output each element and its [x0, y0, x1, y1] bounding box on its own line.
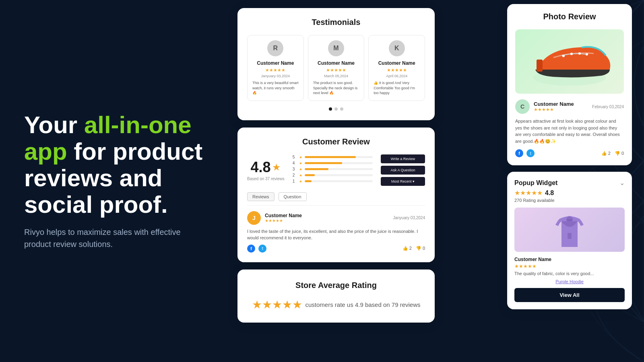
popup-customer-name: Customer Name: [514, 257, 625, 262]
hero-highlight: all-in-one app: [24, 111, 192, 165]
t-text-2: The product is soo good. Specially the n…: [313, 80, 359, 96]
review-item: J Customer Name ★★★★★ Janyuary 03,2024 I…: [247, 211, 425, 253]
vote-row: 👍 2 👎 0: [402, 246, 425, 251]
photo-footer: f 𝕥 👍 2 👎 0: [515, 149, 624, 157]
tab-question[interactable]: Question: [279, 192, 307, 201]
testimonials-title: Testimonials: [247, 18, 425, 27]
big-score: 4.8: [250, 159, 270, 176]
popup-widget-card: Popup Widget ⌄ ★★★★★ 4.8 270 Rating avai…: [507, 172, 632, 309]
facebook-icon[interactable]: f: [247, 245, 255, 253]
hero-section: Your all-in-one app for product reviews …: [24, 112, 217, 250]
svg-point-4: [586, 53, 588, 56]
right-column: Photo Review: [507, 4, 632, 309]
store-avg-stars: ★★★★★: [252, 298, 302, 311]
big-rating: 4.8 ★ Based on 37 reviews: [247, 159, 285, 181]
avatar-k: K: [389, 40, 405, 56]
photo-social-icons: f 𝕥: [515, 149, 535, 157]
photo-like-count[interactable]: 👍 2: [601, 151, 611, 156]
svg-point-3: [578, 52, 581, 55]
photo-review-title: Photo Review: [515, 12, 624, 21]
photo-date: February 03,2024: [592, 105, 624, 109]
avatar-m: M: [328, 40, 344, 56]
store-avg-row: ★★★★★ customers rate us 4.9 based on 79 …: [247, 298, 425, 311]
popup-title: Popup Widget: [514, 179, 557, 187]
social-share-icons: f 𝕥: [247, 245, 266, 253]
review-card-title: Customer Review: [247, 137, 425, 146]
reviewer-avatar: J: [247, 211, 261, 225]
t-name-3: Customer Name: [374, 60, 420, 66]
hero-title: Your all-in-one app for product reviews …: [24, 112, 217, 218]
hoodie-illustration: [553, 211, 586, 249]
popup-count: 270 Rating available: [514, 198, 625, 203]
chevron-down-icon[interactable]: ⌄: [619, 179, 625, 187]
review-summary: 4.8 ★ Based on 37 reviews 5 ★ 4 ★ 3: [247, 154, 425, 186]
bar-row-1: 1 ★: [293, 179, 373, 183]
reviewer-row: J Customer Name ★★★★★ Janyuary 03,2024: [247, 211, 425, 225]
photo-avatar: C: [515, 99, 530, 114]
photo-reviewer-info: Customer Name ★★★★★: [534, 101, 574, 112]
photo-reviewer-name: Customer Name: [534, 101, 574, 107]
svg-point-2: [570, 53, 573, 55]
center-column: Testimonials R Customer Name ★★★★★ Janyu…: [237, 8, 435, 323]
photo-review-image: [515, 29, 624, 94]
t-date-2: March 05,2024: [313, 74, 359, 78]
like-count[interactable]: 👍 2: [402, 246, 412, 251]
dot-3[interactable]: [340, 107, 343, 111]
dot-2[interactable]: [334, 107, 338, 111]
review-action-buttons: Write a Review Ask A Question Most Recen…: [381, 154, 425, 186]
most-recent-button[interactable]: Most Recent ▾: [381, 177, 425, 186]
bar-row-4: 4 ★: [293, 161, 373, 165]
testimonial-item-2: M Customer Name ★★★★★ March 05,2024 The …: [308, 35, 365, 101]
dislike-count[interactable]: 👎 0: [416, 246, 425, 251]
twitter-icon[interactable]: 𝕥: [258, 245, 266, 253]
t-name-2: Customer Name: [313, 60, 359, 66]
big-score-star: ★: [272, 162, 281, 173]
review-text: I loved the taste of the juice, its exce…: [247, 228, 425, 241]
svg-rect-7: [568, 233, 572, 239]
photo-review-card: Photo Review: [507, 4, 632, 165]
reviewer-stars: ★★★★★: [265, 218, 389, 223]
reviewer-date: Janyuary 03,2024: [393, 216, 425, 220]
tab-reviews[interactable]: Reviews: [247, 192, 275, 201]
popup-rating-row: ★★★★★ 4.8: [514, 189, 625, 197]
photo-twitter-icon[interactable]: 𝕥: [526, 149, 535, 157]
popup-score: 4.8: [545, 189, 554, 197]
customer-review-card: Customer Review 4.8 ★ Based on 37 review…: [237, 128, 435, 262]
photo-review-text: Appears attractive at first look also gr…: [515, 118, 624, 144]
carousel-dots: [247, 107, 425, 111]
popup-header: Popup Widget ⌄: [514, 179, 625, 187]
photo-facebook-icon[interactable]: f: [515, 149, 523, 157]
testimonials-card: Testimonials R Customer Name ★★★★★ Janyu…: [237, 8, 435, 120]
t-stars-1: ★★★★★: [252, 68, 299, 73]
photo-stars: ★★★★★: [534, 107, 574, 112]
reviewer-info: Customer Name ★★★★★: [265, 213, 389, 223]
ask-question-button[interactable]: Ask A Question: [381, 166, 425, 175]
svg-point-1: [562, 55, 565, 57]
t-name-1: Customer Name: [252, 60, 299, 66]
write-review-button[interactable]: Write a Review: [381, 154, 425, 163]
svg-rect-5: [537, 60, 543, 72]
testimonial-item-1: R Customer Name ★★★★★ Janyuary 03,2024 T…: [247, 35, 304, 101]
popup-customer-stars: ★★★★★: [514, 263, 625, 269]
t-date-1: Janyuary 03,2024: [252, 74, 299, 78]
t-stars-2: ★★★★★: [313, 68, 359, 73]
view-all-button[interactable]: View All: [514, 288, 625, 302]
testimonial-grid: R Customer Name ★★★★★ Janyuary 03,2024 T…: [247, 35, 425, 101]
review-tabs: Reviews Question: [247, 192, 425, 206]
avatar-r: R: [267, 40, 283, 56]
testimonial-item-3: K Customer Name ★★★★★ April 06,2024 👍 It…: [368, 35, 425, 101]
t-date-3: April 06,2024: [374, 74, 420, 78]
reviewer-name: Customer Name: [265, 213, 389, 218]
t-text-1: This is a very beautiful smart watch, it…: [252, 80, 299, 96]
popup-review-text: The quality of fabric, color is very goo…: [514, 271, 625, 276]
photo-reviewer-row: C Customer Name ★★★★★ February 03,2024: [515, 99, 624, 114]
dot-1[interactable]: [329, 107, 332, 111]
photo-vote-row: 👍 2 👎 0: [601, 151, 624, 156]
hero-subtitle: Rivyo helps to maximize sales with effec…: [24, 226, 193, 250]
popup-product-link[interactable]: Purple Hoodie: [514, 279, 625, 284]
photo-dislike-count[interactable]: 👎 0: [615, 151, 624, 156]
t-stars-3: ★★★★★: [374, 68, 420, 73]
bar-row-2: 2 ★: [293, 173, 373, 177]
t-text-3: 👍 It is good And Very Comfortable Too go…: [374, 80, 420, 96]
review-footer: f 𝕥 👍 2 👎 0: [247, 245, 425, 253]
